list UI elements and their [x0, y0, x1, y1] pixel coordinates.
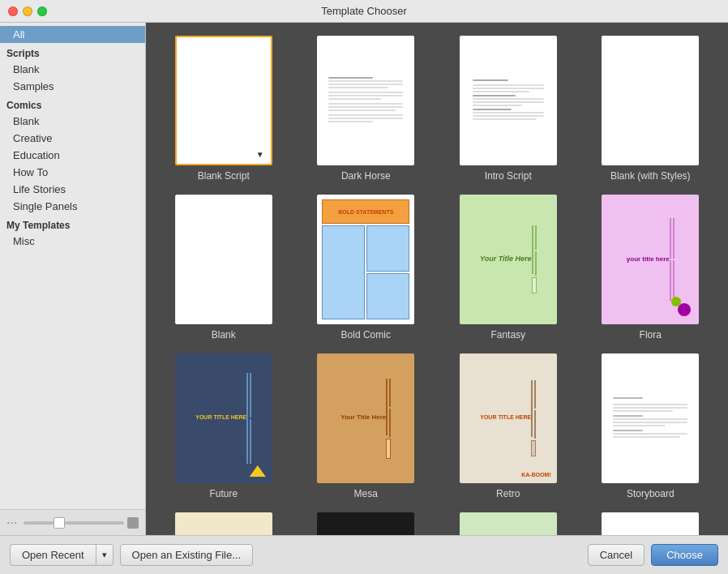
template-item-newspaper[interactable]: The Daily News YOUR HEADLINE HERE	[586, 512, 716, 535]
template-label-future: Future	[209, 488, 238, 499]
template-thumb-super-retro: SUPER-RETRO HERE	[175, 512, 272, 535]
sidebar-item-scripts-blank[interactable]: Blank	[0, 61, 145, 78]
template-label-flora: Flora	[640, 329, 662, 341]
template-item-storyboard[interactable]: Storyboard	[586, 353, 716, 499]
titlebar: Template Chooser	[0, 0, 728, 23]
template-label-mesa: Mesa	[354, 488, 378, 499]
template-thumb-early-writer: Your Title Here	[460, 512, 557, 535]
sidebar-footer-dots-icon: ···	[6, 516, 17, 530]
open-recent-dropdown-button[interactable]: ▾	[96, 544, 113, 566]
open-recent-group: Open Recent ▾	[10, 544, 113, 566]
minimize-button[interactable]	[23, 6, 32, 16]
sidebar-item-life-stories[interactable]: Life Stories	[0, 181, 145, 198]
template-thumb-flora: your title here	[602, 195, 699, 324]
template-label-storyboard: Storyboard	[627, 488, 674, 499]
template-thumb-storyboard	[602, 353, 699, 483]
sidebar-category-scripts: Scripts	[0, 43, 145, 61]
template-thumb-mesa: Your Title Here	[317, 353, 414, 483]
bottom-bar: Open Recent ▾ Open an Existing File... C…	[0, 535, 728, 574]
template-item-early-writer[interactable]: Your Title Here Early Writer	[443, 512, 573, 535]
template-thumb-newspaper: The Daily News YOUR HEADLINE HERE	[602, 512, 699, 535]
maximize-button[interactable]	[37, 6, 47, 16]
slider-thumb	[54, 517, 65, 529]
sidebar-item-education[interactable]: Education	[0, 147, 145, 164]
sidebar-item-how-to[interactable]: How To	[0, 164, 145, 181]
template-thumb-future: YOUR TITLE HERE	[175, 353, 272, 483]
sidebar-item-comics-blank[interactable]: Blank	[0, 113, 145, 130]
template-label-bold-comic: Bold Comic	[341, 329, 391, 341]
sidebar-item-single-panels[interactable]: Single Panels	[0, 198, 145, 215]
choose-button[interactable]: Choose	[651, 544, 718, 566]
template-thumb-retro: YOUR TITLE HERE KA-BOOM!	[460, 353, 557, 483]
sidebar-item-misc[interactable]: Misc	[0, 233, 145, 250]
sidebar-item-samples[interactable]: Samples	[0, 78, 145, 95]
template-thumb-fantasy: Your Title Here	[460, 195, 557, 324]
template-thumb-urbana: YOUR TITLE HERE	[317, 512, 414, 535]
template-thumb-dark-horse	[317, 36, 414, 165]
sidebar-category-comics: Comics	[0, 95, 145, 113]
sidebar: All Scripts Blank Samples Comics Blank C…	[0, 23, 146, 535]
template-thumb-intro-script	[460, 36, 557, 165]
template-item-retro[interactable]: YOUR TITLE HERE KA-BOOM! Retro	[443, 353, 573, 499]
template-item-super-retro[interactable]: SUPER-RETRO HERE Super-Retro	[159, 512, 289, 535]
template-item-bold-comic[interactable]: BOLD STATEMENTS Bold Comic	[302, 195, 431, 341]
template-label-blank-script: Blank Script	[198, 170, 250, 182]
sidebar-scroll: All Scripts Blank Samples Comics Blank C…	[0, 23, 145, 509]
template-label-retro: Retro	[496, 488, 520, 499]
template-item-blank2[interactable]: Blank	[159, 195, 289, 341]
sidebar-footer: ···	[0, 509, 145, 535]
template-item-blank-script[interactable]: ▼ Blank Script	[159, 36, 289, 182]
template-item-blank-styles[interactable]: Blank (with Styles)	[586, 36, 716, 182]
template-item-flora[interactable]: your title here Flora	[586, 195, 716, 341]
template-label-blank2: Blank	[212, 329, 236, 341]
open-recent-button[interactable]: Open Recent	[10, 544, 96, 566]
template-item-fantasy[interactable]: Your Title Here Fantasy	[443, 195, 573, 341]
template-thumb-blank-script: ▼	[175, 36, 272, 165]
close-button[interactable]	[8, 6, 18, 16]
sidebar-slider[interactable]	[24, 521, 124, 525]
template-item-intro-script[interactable]: Intro Script	[443, 36, 573, 182]
open-existing-button[interactable]: Open an Existing File...	[120, 544, 253, 566]
window-title: Template Chooser	[321, 5, 407, 17]
template-thumb-blank-styles	[602, 36, 699, 165]
template-thumb-bold-comic: BOLD STATEMENTS	[317, 195, 414, 324]
template-item-future[interactable]: YOUR TITLE HERE Future	[159, 353, 289, 499]
template-item-urbana[interactable]: YOUR TITLE HERE Urbana	[302, 512, 431, 535]
sidebar-category-my-templates: My Templates	[0, 215, 145, 233]
template-label-fantasy: Fantasy	[490, 329, 525, 341]
cancel-button[interactable]: Cancel	[588, 544, 644, 566]
template-label-blank-styles: Blank (with Styles)	[610, 170, 691, 182]
template-label-dark-horse: Dark Horse	[341, 170, 391, 182]
sidebar-item-all[interactable]: All	[0, 26, 145, 43]
window-controls	[8, 6, 47, 16]
template-item-dark-horse[interactable]: Dark Horse	[302, 36, 431, 182]
sidebar-item-creative[interactable]: Creative	[0, 130, 145, 147]
template-label-intro-script: Intro Script	[485, 170, 532, 182]
template-grid-container: ▼ Blank Script	[146, 23, 728, 535]
main-content: All Scripts Blank Samples Comics Blank C…	[0, 23, 728, 535]
template-grid: ▼ Blank Script	[159, 36, 715, 535]
sidebar-footer-handle[interactable]	[127, 517, 139, 529]
template-thumb-blank2	[175, 195, 272, 324]
template-item-mesa[interactable]: Your Title Here Mesa	[302, 353, 431, 499]
